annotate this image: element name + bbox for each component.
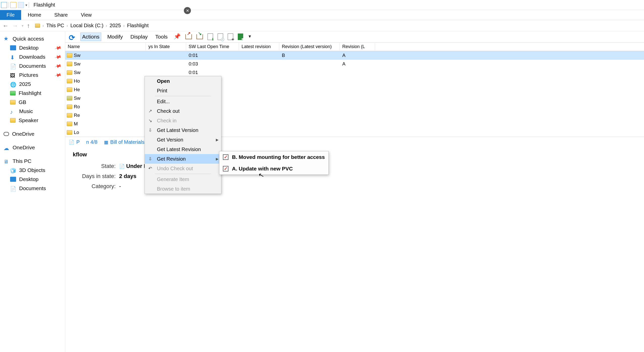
crumb-sep: › [43,24,44,28]
close-icon[interactable]: ✕ [184,7,191,14]
menu-item-get-latest-version[interactable]: ⇩Get Latest Version [145,125,221,135]
menu-item-get-revision[interactable]: ⇩Get Revision▶ [145,154,221,164]
col-sw-last-open[interactable]: SW Last Open Time [186,43,239,50]
qat-icon-1[interactable] [1,2,7,8]
crumb-0[interactable]: This PC [46,23,64,28]
tab-view[interactable]: View [74,10,98,20]
sidebar-item-documents-2[interactable]: Documents [3,184,62,193]
sidebar-item-speaker[interactable]: Speaker [3,116,62,125]
toolbar-dropdown-icon[interactable] [248,33,255,40]
checkout-icon[interactable] [185,34,192,39]
part-icon [67,113,72,118]
pin-icon[interactable] [174,33,181,40]
qat-sep-2 [29,2,29,8]
sidebar-item-2025[interactable]: 2025 [3,80,62,89]
menu-tools[interactable]: Tools [154,33,169,41]
sidebar-item-gb[interactable]: GB [3,98,62,107]
sidebar-quick-access[interactable]: ★ Quick access [3,34,62,43]
menu-modify[interactable]: Modify [106,33,124,41]
tab-file[interactable]: File [0,10,21,20]
menu-separator [155,96,211,96]
sidebar-item-downloads[interactable]: Downloads 📌 [3,52,62,61]
sidebar-item-label: Documents [19,63,46,69]
menu-item-get-version[interactable]: Get Version▶ [145,135,221,145]
folder-icon [35,24,40,28]
menu-display[interactable]: Display [129,33,149,41]
crumb-1[interactable]: Local Disk (C:) [70,23,103,28]
refresh-icon[interactable] [69,33,76,40]
menu-item-icon: ⇩ [147,127,153,133]
menu-item-label: Get Revision [157,156,186,162]
part-icon [67,53,72,58]
col-revision-l[interactable]: Revision (L [340,43,375,50]
nav-forward-icon[interactable]: → [12,22,18,29]
sidebar-item-desktop-2[interactable]: Desktop [3,175,62,184]
tab-preview[interactable]: P [69,139,80,145]
cell-days [146,55,186,56]
pictures-icon [10,73,16,78]
cell-latest-rev [239,98,279,99]
menu-item-label: Generate Item [157,177,189,182]
table-row[interactable]: Sw0:01 [65,68,644,77]
tab-home[interactable]: Home [21,10,48,20]
breadcrumb[interactable]: › This PC › Local Disk (C:) › 2025 › Fla… [33,23,149,28]
view-icon[interactable] [228,33,233,40]
sidebar-item-documents[interactable]: Documents 📌 [3,61,62,71]
sidebar-onedrive-1[interactable]: OneDrive [3,129,62,138]
col-name[interactable]: Name [65,43,146,50]
checkin-icon[interactable] [196,34,203,39]
cell-latest-rev [239,132,279,133]
tab-share[interactable]: Share [48,10,74,20]
sidebar-item-3d-objects[interactable]: 3D Objects [3,166,62,175]
menu-item-edit-[interactable]: Edit... [145,97,221,106]
sidebar-item-label: 2025 [19,81,31,87]
sidebar-item-desktop[interactable]: Desktop 📌 [3,43,62,52]
col-latest-revision[interactable]: Latest revision [239,43,279,50]
col-days-in-state[interactable]: ys In State [146,43,186,50]
menu-item-generate-item: Generate Item [145,174,221,184]
sidebar-item-pictures[interactable]: Pictures 📌 [3,71,62,80]
sidebar-item-music[interactable]: Music [3,107,62,116]
part-icon [67,96,72,100]
revision-option[interactable]: ✓B. Moved mounting for better access [219,151,328,163]
nav-recent-icon[interactable]: ▾ [22,24,23,28]
revision-label: B. Moved mounting for better access [232,154,325,160]
table-row[interactable]: Sw0:01BA [65,51,644,60]
menu-item-get-latest-revision[interactable]: Get Latest Revision [145,145,221,154]
menu-item-check-in: ↘Check in [145,116,221,125]
revision-option[interactable]: ✓A. Update with new PVC [219,163,328,174]
nav-back-icon[interactable]: ← [3,22,9,29]
cell-rev-l [340,106,375,107]
menu-item-open[interactable]: Open [145,76,221,86]
table-row[interactable]: Sw0:03A [65,60,644,68]
sidebar-onedrive-2[interactable]: OneDrive [3,143,62,152]
context-menu: OpenPrintEdit...↗Check out↘Check in⇩Get … [145,76,221,194]
menu-item-print[interactable]: Print [145,86,221,95]
get-latest-icon[interactable] [208,33,213,40]
folder-icon [10,100,16,104]
flag-icon[interactable] [238,33,243,40]
tab-bom[interactable]: Bill of Materials [104,139,145,145]
cell-rev-l [340,115,375,116]
crumb-3[interactable]: Flashlight [127,23,149,28]
qat-icon-3[interactable] [18,2,24,8]
part-icon [67,87,72,92]
qat-icon-2[interactable] [10,2,16,8]
col-revision-latest-version[interactable]: Revision (Latest version) [279,43,340,50]
menu-item-check-out[interactable]: ↗Check out [145,106,221,116]
tab-version[interactable]: n 4/8 [86,139,97,145]
get-revision-submenu: ✓B. Moved mounting for better access✓A. … [219,151,329,175]
qat-dropdown-icon[interactable]: ▾ [25,3,27,7]
menu-item-label: Get Latest Version [157,127,198,133]
days-in-state-label: Days in state: [73,173,116,180]
cell-rev-l: A [340,61,375,67]
cell-open-time: 0:01 [186,52,239,59]
sidebar-item-flashlight[interactable]: Flashlight [3,89,62,98]
get-version-icon[interactable] [218,33,223,40]
nav-up-icon[interactable]: ↑ [27,22,30,29]
menu-actions[interactable]: Actions [80,32,101,41]
sidebar-this-pc[interactable]: This PC [3,157,62,166]
sidebar-item-label: GB [19,99,26,105]
crumb-2[interactable]: 2025 [110,23,121,28]
document-icon [69,139,74,145]
